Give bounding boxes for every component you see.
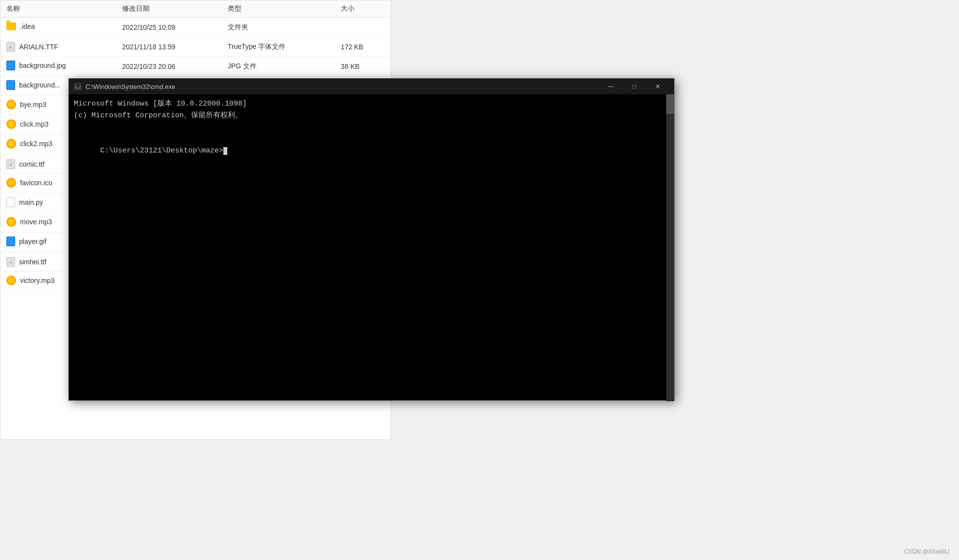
table-row[interactable]: A ARIALN.TTF 2021/11/18 13:59 TrueType 字… [0, 37, 391, 57]
svg-text:C:\: C:\ [76, 86, 80, 88]
file-name: background.jpg [19, 62, 66, 69]
file-name: background... [19, 81, 61, 89]
cmd-titlebar-buttons: — □ ✕ [600, 79, 669, 94]
file-name: favicon.ico [20, 179, 52, 187]
file-icon-name: move.mp3 [6, 217, 52, 227]
file-type-cell: 文件夹 [222, 18, 335, 37]
file-icon-name: click2.mp3 [6, 139, 52, 149]
file-type-cell: JPG 文件 [222, 57, 335, 76]
file-date-cell: 2022/10/25 10:09 [116, 18, 222, 37]
watermark: CSDN @Afool4U [904, 548, 949, 555]
py-icon [6, 197, 15, 207]
gif-icon [6, 237, 15, 246]
table-row[interactable]: .idea 2022/10/25 10:09 文件夹 [0, 18, 391, 37]
folder-icon [6, 22, 16, 30]
cmd-scrollbar-thumb[interactable] [666, 94, 674, 114]
file-icon-name: background... [6, 80, 61, 90]
ttf-icon: A [6, 257, 15, 267]
file-name: victory.mp3 [20, 277, 55, 284]
cmd-prompt: C:\Users\23121\Desktop\maze> [100, 147, 223, 155]
file-icon-name: A ARIALN.TTF [6, 42, 58, 52]
cmd-close-button[interactable]: ✕ [647, 79, 669, 94]
file-icon-name: click.mp3 [6, 119, 48, 129]
file-icon-name: .idea [6, 22, 35, 30]
file-name: click.mp3 [20, 120, 48, 128]
ico-icon [6, 178, 16, 188]
cmd-prompt-line: C:\Users\23121\Desktop\maze> [74, 133, 669, 169]
file-name: bye.mp3 [20, 101, 46, 108]
cmd-content[interactable]: Microsoft Windows [版本 10.0.22000.1098] (… [69, 94, 674, 400]
col-type[interactable]: 类型 [222, 0, 335, 18]
file-name: .idea [20, 22, 35, 30]
cmd-maximize-button[interactable]: □ [623, 79, 646, 94]
mp3-icon [6, 276, 16, 285]
cmd-scrollbar[interactable] [666, 94, 674, 401]
mp3-icon [6, 139, 16, 149]
file-icon-name: A comic.ttf [6, 159, 44, 169]
file-icon-name: A simhei.ttf [6, 257, 46, 267]
jpg-icon [6, 61, 15, 70]
file-size-cell: 172 KB [335, 37, 391, 57]
file-name: move.mp3 [20, 218, 52, 226]
file-icon-name: bye.mp3 [6, 100, 46, 109]
file-name: click2.mp3 [20, 140, 52, 148]
file-date-cell: 2022/10/23 20:06 [116, 57, 222, 76]
file-size-cell [335, 18, 391, 37]
col-size[interactable]: 大小 [335, 0, 391, 18]
cmd-window: C:\ C:\Windows\System32\cmd.exe — □ ✕ Mi… [68, 78, 675, 401]
file-name: comic.ttf [19, 160, 44, 168]
file-name: player.gif [19, 237, 46, 245]
file-name: ARIALN.TTF [19, 43, 58, 51]
file-table-header: 名称 修改日期 类型 大小 [0, 0, 391, 18]
file-type-cell: TrueType 字体文件 [222, 37, 335, 57]
file-icon-name: favicon.ico [6, 178, 52, 188]
cmd-app-icon: C:\ [74, 83, 82, 90]
file-name-cell: .idea [0, 18, 116, 37]
table-row[interactable]: background.jpg 2022/10/23 20:06 JPG 文件 3… [0, 57, 391, 76]
file-name: main.py [19, 198, 43, 206]
col-name[interactable]: 名称 [0, 0, 116, 18]
file-icon-name: main.py [6, 197, 43, 207]
cmd-titlebar-left: C:\ C:\Windows\System32\cmd.exe [74, 83, 175, 90]
mp3-icon [6, 217, 16, 227]
file-icon-name: victory.mp3 [6, 276, 55, 285]
file-name-cell: A ARIALN.TTF [0, 37, 116, 57]
mp3-icon [6, 119, 16, 129]
cmd-titlebar: C:\ C:\Windows\System32\cmd.exe — □ ✕ [69, 79, 674, 94]
file-icon-name: player.gif [6, 237, 46, 246]
cmd-minimize-button[interactable]: — [600, 79, 622, 94]
jpg-icon [6, 80, 15, 90]
file-date-cell: 2021/11/18 13:59 [116, 37, 222, 57]
ttf-icon: A [6, 42, 15, 52]
cmd-line-3 [74, 122, 669, 133]
mp3-icon [6, 100, 16, 109]
file-icon-name: background.jpg [6, 61, 66, 70]
col-date[interactable]: 修改日期 [116, 0, 222, 18]
file-size-cell: 36 KB [335, 57, 391, 76]
file-name-cell: background.jpg [0, 57, 116, 76]
ttf-icon: A [6, 159, 15, 169]
file-name: simhei.ttf [19, 258, 46, 266]
cmd-line-1: Microsoft Windows [版本 10.0.22000.1098] [74, 98, 669, 110]
cmd-title: C:\Windows\System32\cmd.exe [86, 83, 175, 90]
cmd-line-2: (c) Microsoft Corporation。保留所有权利。 [74, 110, 669, 122]
cmd-cursor [223, 147, 227, 155]
